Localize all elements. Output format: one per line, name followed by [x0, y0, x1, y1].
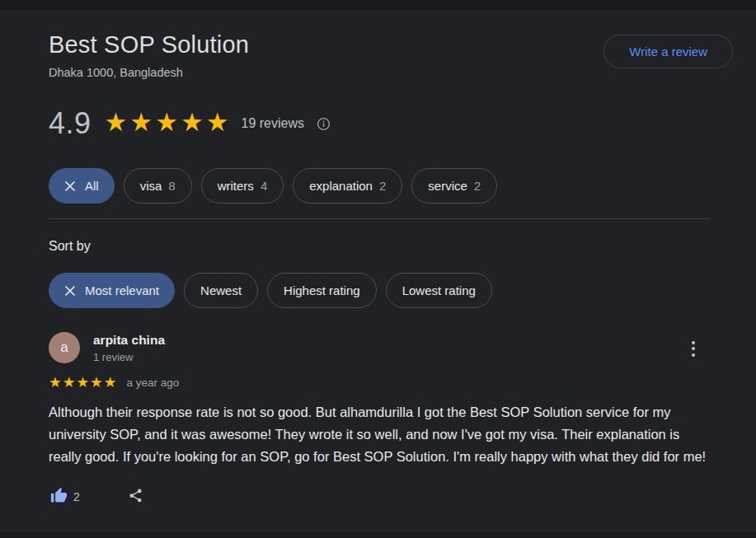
business-info: Best SOP Solution Dhaka 1000, Bangladesh [49, 31, 249, 79]
like-button[interactable]: 2 [50, 487, 80, 504]
filter-chip-all[interactable]: All [49, 168, 115, 204]
more-options-icon[interactable] [682, 334, 705, 363]
sort-chip-label: Most relevant [85, 283, 159, 297]
rating-summary: 4.9 ★★★★★ 19 reviews [49, 106, 733, 141]
filter-chip-visa[interactable]: visa 8 [124, 168, 192, 204]
thumbs-up-icon [50, 487, 68, 504]
write-review-button[interactable]: Write a review [603, 35, 733, 68]
author-block: arpita china 1 review [93, 332, 165, 363]
topic-filter-chips: All visa 8 writers 4 explanation 2 servi… [49, 168, 733, 204]
share-icon [128, 488, 143, 503]
section-divider [49, 218, 710, 219]
filter-chip-service[interactable]: service 2 [411, 168, 497, 204]
sort-chip-label: Lowest rating [402, 283, 476, 297]
filter-chip-count: 4 [261, 179, 267, 193]
bottom-edge-strip [0, 532, 756, 538]
filter-chip-count: 2 [379, 179, 386, 193]
review-time: a year ago [126, 377, 179, 389]
sort-by-label: Sort by [49, 239, 733, 254]
reviews-panel: Best SOP Solution Dhaka 1000, Bangladesh… [0, 0, 756, 504]
close-icon[interactable] [64, 180, 76, 192]
like-count: 2 [73, 490, 80, 504]
filter-chip-count: 2 [474, 179, 481, 193]
sort-chips: Most relevant Newest Highest rating Lowe… [49, 273, 733, 308]
kebab-dot [692, 347, 695, 350]
close-icon[interactable] [64, 285, 76, 297]
review-actions: 2 [49, 487, 733, 504]
business-address: Dhaka 1000, Bangladesh [49, 66, 249, 79]
filter-chip-writers[interactable]: writers 4 [201, 168, 284, 204]
filter-chip-explanation[interactable]: explanation 2 [293, 168, 402, 204]
sort-chip-newest[interactable]: Newest [184, 273, 258, 308]
filter-chip-label: All [85, 179, 99, 193]
top-edge-strip [0, 0, 756, 10]
review-header: a arpita china 1 review [49, 332, 710, 363]
filter-chip-label: service [428, 179, 467, 193]
author-name[interactable]: arpita china [93, 333, 165, 348]
filter-chip-count: 8 [168, 179, 175, 193]
sort-chip-label: Highest rating [284, 283, 360, 297]
sort-chip-label: Newest [200, 283, 242, 297]
review-card: a arpita china 1 review ★★★★★ a year ago… [49, 332, 733, 504]
reviews-count: 19 reviews [242, 116, 304, 131]
author-review-count: 1 review [93, 351, 165, 363]
sort-chip-highest-rating[interactable]: Highest rating [267, 273, 377, 308]
rating-value: 4.9 [49, 106, 92, 141]
rating-stars: ★★★★★ [105, 110, 232, 138]
review-stars: ★★★★★ [49, 376, 117, 391]
review-rating-row: ★★★★★ a year ago [49, 376, 733, 391]
filter-chip-label: visa [140, 179, 162, 193]
business-name: Best SOP Solution [49, 31, 249, 58]
filter-chip-label: writers [218, 179, 254, 193]
kebab-dot [692, 353, 695, 357]
business-header: Best SOP Solution Dhaka 1000, Bangladesh… [49, 31, 733, 79]
review-text: Although their response rate is not so g… [49, 401, 715, 468]
info-icon[interactable] [317, 117, 331, 131]
kebab-dot [692, 341, 695, 344]
share-button[interactable] [128, 488, 143, 503]
sort-chip-lowest-rating[interactable]: Lowest rating [386, 273, 492, 308]
avatar[interactable]: a [49, 332, 80, 363]
filter-chip-label: explanation [309, 179, 373, 193]
sort-chip-most-relevant[interactable]: Most relevant [49, 273, 175, 308]
